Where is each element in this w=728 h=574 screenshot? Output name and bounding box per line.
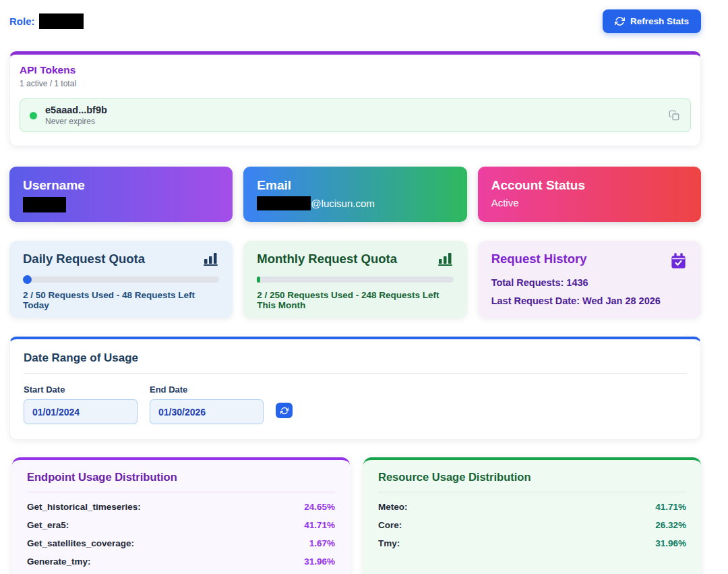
- endpoint-usage-row: Get_era5: 41.71%: [27, 516, 335, 534]
- redacted-username-value: [23, 197, 66, 212]
- endpoint-usage-card: Endpoint Usage Distribution Get_historic…: [12, 457, 350, 574]
- quota-cards-row: Daily Request Quota 2 / 50 Requests Used…: [9, 241, 701, 318]
- request-history-title: Request History: [491, 252, 587, 266]
- resource-value: 26.32%: [655, 520, 686, 530]
- resource-usage-card: Resource Usage Distribution Meteo: 41.71…: [363, 457, 701, 574]
- redacted-email-local-part: [257, 196, 311, 210]
- calendar-check-icon: [669, 252, 688, 270]
- start-date-label: Start Date: [24, 384, 138, 395]
- start-date-input[interactable]: [24, 399, 138, 424]
- last-request-date-line: Last Request Date: Wed Jan 28 2026: [491, 295, 688, 306]
- token-expiry: Never expires: [45, 117, 107, 126]
- bar-chart-icon: [437, 252, 454, 266]
- copy-token-button[interactable]: [667, 109, 681, 122]
- resource-usage-title: Resource Usage Distribution: [378, 471, 686, 492]
- monthly-progress-fill: [257, 277, 260, 283]
- apply-date-range-button[interactable]: [276, 403, 293, 418]
- bar-chart-icon: [203, 252, 219, 266]
- resource-usage-row: Tmy: 31.96%: [378, 534, 686, 552]
- daily-progress-thumb: [23, 275, 32, 284]
- api-tokens-subtitle: 1 active / 1 total: [20, 79, 691, 88]
- monthly-progress-bar: [257, 277, 453, 283]
- endpoint-usage-row: Get_historical_timeseries: 24.65%: [27, 498, 335, 516]
- daily-progress-bar: [23, 277, 219, 283]
- refresh-icon: [615, 16, 625, 26]
- endpoint-usage-row: Get_satellites_coverage: 1.67%: [27, 534, 335, 552]
- account-status-card: Account Status Active: [478, 167, 701, 222]
- distribution-cards-row: Endpoint Usage Distribution Get_historic…: [12, 457, 701, 574]
- token-active-dot: [30, 112, 37, 119]
- endpoint-label: Get_satellites_coverage:: [27, 538, 134, 548]
- monthly-quota-card: Monthly Request Quota 2 / 250 Requests U…: [243, 241, 466, 318]
- info-cards-row: Username Email @lucisun.com Account Stat…: [9, 167, 701, 222]
- token-row: e5aaad...bf9b Never expires: [20, 98, 691, 132]
- token-name: e5aaad...bf9b: [45, 105, 107, 115]
- endpoint-value: 41.71%: [304, 520, 335, 530]
- email-domain: @lucisun.com: [311, 198, 374, 209]
- account-status-value: Active: [491, 197, 688, 208]
- role-label: Role:: [9, 16, 35, 27]
- username-card-title: Username: [23, 178, 219, 193]
- daily-quota-card: Daily Request Quota 2 / 50 Requests Used…: [9, 241, 233, 318]
- resource-label: Tmy:: [378, 538, 400, 548]
- email-card-title: Email: [257, 178, 453, 193]
- api-tokens-title: API Tokens: [20, 64, 691, 76]
- role-display: Role:: [9, 13, 84, 29]
- endpoint-usage-title: Endpoint Usage Distribution: [27, 471, 335, 492]
- endpoint-value: 31.96%: [304, 556, 335, 567]
- daily-quota-text: 2 / 50 Requests Used - 48 Requests Left …: [23, 290, 219, 310]
- refresh-stats-label: Refresh Stats: [630, 16, 689, 26]
- endpoint-usage-row: Generate_tmy: 31.96%: [27, 552, 335, 571]
- account-status-title: Account Status: [491, 178, 688, 193]
- header-bar: Role: Refresh Stats: [9, 9, 701, 33]
- daily-quota-title: Daily Request Quota: [23, 252, 145, 266]
- resource-value: 41.71%: [655, 502, 686, 512]
- endpoint-label: Get_era5:: [27, 520, 69, 530]
- monthly-quota-text: 2 / 250 Requests Used - 248 Requests Lef…: [257, 290, 453, 310]
- request-history-card: Request History Total Requests: 1436 Las…: [478, 241, 701, 318]
- email-card: Email @lucisun.com: [243, 167, 466, 222]
- end-date-input[interactable]: [150, 399, 264, 424]
- resource-value: 31.96%: [655, 538, 686, 548]
- endpoint-value: 1.67%: [309, 538, 335, 548]
- resource-usage-row: Meteo: 41.71%: [378, 498, 686, 516]
- monthly-quota-title: Monthly Request Quota: [257, 252, 397, 266]
- endpoint-label: Get_historical_timeseries:: [27, 502, 141, 512]
- refresh-icon: [280, 407, 289, 415]
- copy-icon: [669, 110, 679, 121]
- resource-usage-row: Core: 26.32%: [378, 516, 686, 534]
- redacted-role-value: [39, 13, 84, 29]
- username-card: Username: [9, 167, 233, 222]
- resource-label: Meteo:: [378, 502, 408, 512]
- refresh-stats-button[interactable]: Refresh Stats: [603, 9, 701, 33]
- resource-label: Core:: [378, 520, 402, 530]
- date-range-title: Date Range of Usage: [24, 351, 687, 374]
- total-requests-line: Total Requests: 1436: [491, 277, 688, 288]
- endpoint-label: Generate_tmy:: [27, 556, 91, 567]
- date-range-card: Date Range of Usage Start Date End Date: [9, 337, 701, 440]
- api-tokens-card: API Tokens 1 active / 1 total e5aaad...b…: [9, 51, 701, 146]
- endpoint-value: 24.65%: [304, 502, 335, 512]
- end-date-label: End Date: [150, 384, 264, 395]
